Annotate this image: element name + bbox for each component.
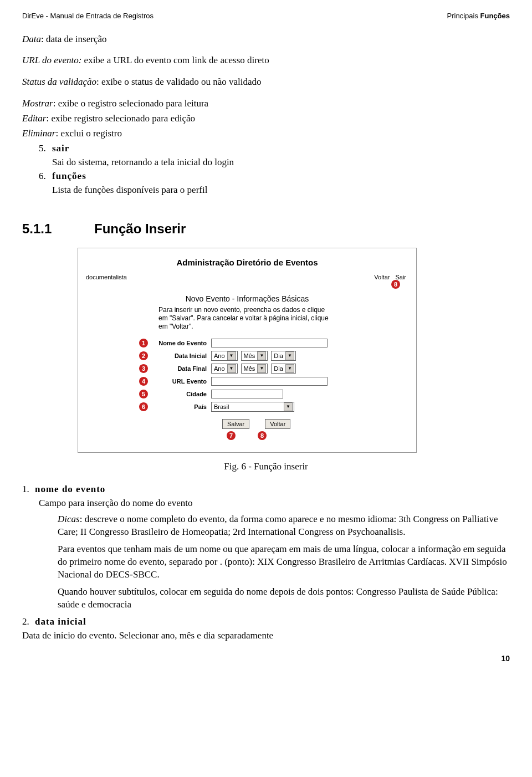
label-data-final: Data Final (151, 365, 207, 373)
row-cidade: 5 Cidade (139, 388, 416, 400)
item-2: 2. data inicial (22, 616, 510, 628)
row-data-final: 3 Data Final Ano▼ Mês▼ Dia▼ (139, 363, 416, 374)
shot-user-label: documentalista (86, 273, 127, 282)
row-url-evento: 4 URL Evento (139, 376, 416, 387)
callout-badge-8-top: 8 (391, 280, 400, 289)
def-eliminar: Eliminar: exclui o registro (22, 127, 510, 140)
link-voltar[interactable]: Voltar (374, 273, 390, 282)
list-item-6-desc: Lista de funções disponíveis para o perf… (52, 184, 510, 197)
list-item-5: 5.sair (39, 142, 510, 155)
row-nome-evento: 1 Nome do Evento (139, 338, 416, 349)
def-url: URL do evento: exibe a URL do evento com… (22, 54, 510, 67)
select-ano-inicial[interactable]: Ano▼ (211, 351, 238, 361)
input-cidade[interactable] (211, 390, 283, 398)
select-dia-final[interactable]: Dia▼ (271, 364, 296, 374)
page-number: 10 (22, 653, 510, 664)
chevron-down-icon: ▼ (227, 364, 236, 373)
item-1: 1. nome do evento (22, 483, 510, 496)
def-mostrar: Mostrar: exibe o registro selecionado pa… (22, 98, 510, 110)
callout-badge-6: 6 (139, 402, 148, 411)
shot-top-links: Voltar Sair (374, 273, 406, 282)
chevron-down-icon: ▼ (227, 351, 236, 360)
button-badges: 7 8 (227, 431, 416, 440)
select-ano-final[interactable]: Ano▼ (211, 364, 238, 374)
callout-badge-5: 5 (139, 390, 148, 398)
figure-caption: Fig. 6 - Função inserir (22, 461, 510, 473)
item-1-line: Campo para inserção do nome do evento (39, 497, 510, 510)
item-1-dicas: Dicas: descreve o nome completo do event… (58, 513, 510, 539)
label-url-evento: URL Evento (151, 377, 207, 386)
input-nome-evento[interactable] (211, 339, 328, 347)
list-item-6: 6.funções (39, 170, 510, 183)
callout-badge-1: 1 (139, 339, 148, 347)
salvar-button[interactable]: Salvar (222, 419, 249, 429)
row-pais: 6 País Brasil▼ (139, 401, 416, 412)
def-editar: Editar: exibe registro selecionado para … (22, 113, 510, 125)
label-data-inicial: Data Inicial (151, 352, 207, 360)
select-mes-final[interactable]: Mês▼ (241, 364, 268, 374)
chevron-down-icon: ▼ (285, 351, 294, 360)
voltar-button[interactable]: Voltar (265, 419, 290, 429)
shot-title: Administração Diretório de Eventos (78, 248, 416, 272)
def-status: Status da validação: exibe o status de v… (22, 76, 510, 89)
document-page: DirEve - Manual de Entrada de Registros … (0, 0, 532, 681)
item-1-p2: Para eventos que tenham mais de um nome … (58, 543, 510, 581)
chevron-down-icon: ▼ (284, 402, 293, 411)
input-url-evento[interactable] (211, 377, 328, 386)
callout-badge-3: 3 (139, 364, 148, 373)
callout-badge-7: 7 (227, 431, 236, 440)
row-data-inicial: 2 Data Inicial Ano▼ Mês▼ Dia▼ (139, 350, 416, 361)
item-2-line: Data de início do evento. Selecionar ano… (22, 630, 510, 642)
item-1-p3: Quando houver subtítulos, colocar em seg… (58, 586, 510, 611)
label-pais: País (151, 403, 207, 411)
list-item-5-desc: Sai do sistema, retornando a tela inicia… (52, 156, 510, 169)
select-mes-inicial[interactable]: Mês▼ (241, 351, 268, 361)
chevron-down-icon: ▼ (257, 364, 266, 373)
section-heading: 5.1.1Função Inserir (22, 220, 510, 238)
shot-form: 1 Nome do Evento 2 Data Inicial Ano▼ Mês… (78, 338, 416, 452)
button-row: Salvar Voltar (222, 419, 416, 429)
page-header: DirEve - Manual de Entrada de Registros … (22, 11, 510, 21)
select-dia-inicial[interactable]: Dia▼ (271, 351, 296, 361)
callout-badge-2: 2 (139, 351, 148, 360)
label-nome-evento: Nome do Evento (151, 339, 207, 347)
screenshot-novo-evento: Administração Diretório de Eventos docum… (78, 248, 417, 453)
chevron-down-icon: ▼ (257, 351, 266, 360)
badge-8-top-wrap: 8 (78, 280, 416, 289)
chevron-down-icon: ▼ (285, 364, 294, 373)
callout-badge-4: 4 (139, 377, 148, 386)
label-cidade: Cidade (151, 390, 207, 398)
callout-badge-8: 8 (258, 431, 267, 440)
header-left: DirEve - Manual de Entrada de Registros (22, 11, 154, 21)
def-data: Data: data de inserção (22, 33, 510, 46)
select-pais[interactable]: Brasil▼ (211, 402, 294, 412)
header-right: Principais Funções (447, 11, 510, 21)
shot-instructions: Para inserir un novo evento, preencha os… (158, 306, 336, 331)
shot-subtitle: Novo Evento - Informações Básicas (78, 294, 416, 304)
